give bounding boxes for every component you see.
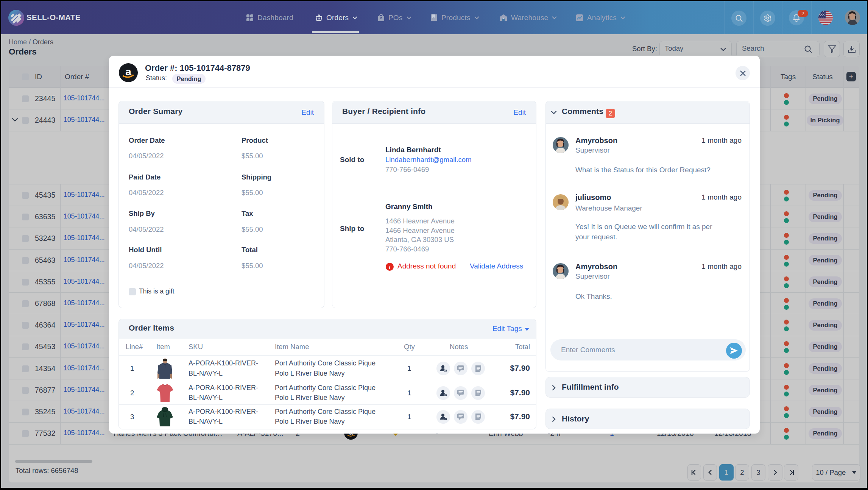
svg-text:a: a <box>125 66 131 78</box>
